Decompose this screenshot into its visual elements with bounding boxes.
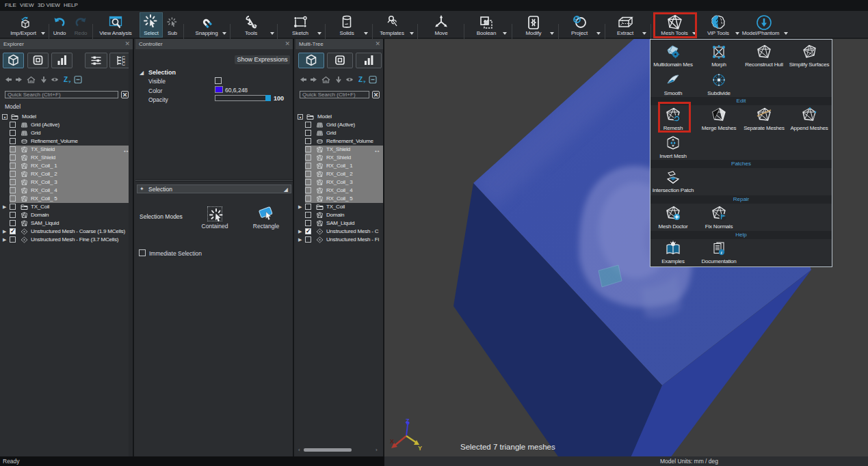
svg-text:i: i bbox=[721, 250, 722, 255]
svg-text:Z: Z bbox=[358, 76, 363, 83]
svg-text:Z: Z bbox=[64, 76, 68, 83]
svg-text:Z: Z bbox=[406, 417, 410, 424]
svg-text:Y: Y bbox=[418, 445, 422, 452]
svg-text:Selected 7 triangle meshes: Selected 7 triangle meshes bbox=[460, 443, 555, 451]
svg-text:C: C bbox=[122, 61, 125, 66]
svg-text:X: X bbox=[390, 438, 394, 445]
